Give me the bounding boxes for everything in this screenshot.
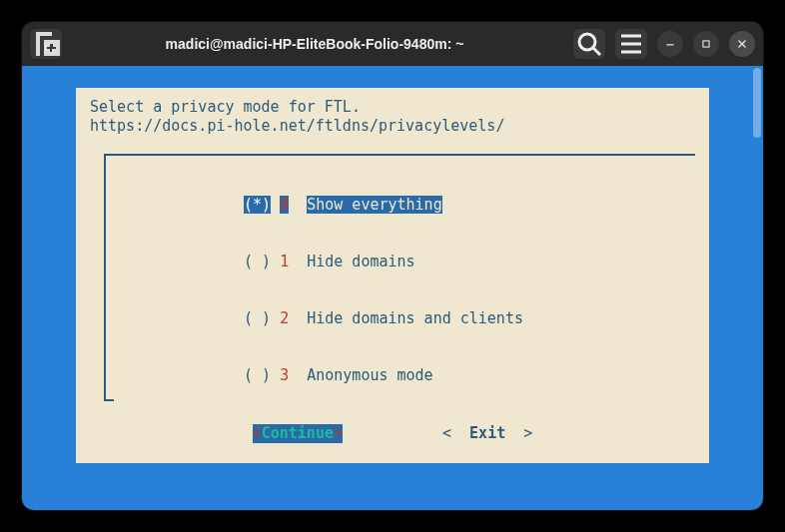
exit-button[interactable]: < Exit >	[442, 424, 532, 443]
terminal-window: madici@madici-HP-EliteBook-Folio-9480m: …	[22, 22, 763, 510]
terminal-area: Select a privacy mode for FTL. https://d…	[22, 66, 763, 510]
menu-button[interactable]	[615, 29, 647, 59]
radio-indicator: ( )	[244, 366, 271, 384]
whiptail-dialog: Select a privacy mode for FTL. https://d…	[76, 88, 709, 463]
radio-indicator: ( )	[244, 253, 271, 270]
radio-indicator: ( )	[244, 309, 271, 327]
option-label: Anonymous mode	[307, 366, 432, 384]
scrollbar[interactable]	[751, 68, 761, 508]
maximize-button[interactable]	[693, 31, 719, 57]
window-title: madici@madici-HP-EliteBook-Folio-9480m: …	[68, 36, 561, 52]
minimize-icon	[663, 37, 677, 51]
option-number: 0	[280, 196, 289, 214]
continue-button[interactable]: <Continue>	[253, 424, 343, 443]
option-3[interactable]: ( ) 3 Anonymous mode	[244, 366, 523, 385]
svg-line-1	[593, 48, 600, 55]
option-number: 3	[280, 366, 289, 384]
new-tab-button[interactable]	[30, 29, 62, 59]
close-button[interactable]	[729, 31, 755, 57]
option-1[interactable]: ( ) 1 Hide domains	[244, 253, 523, 271]
option-0[interactable]: (*) 0 Show everything	[244, 196, 523, 215]
radio-option-list: (*) 0 Show everything ( ) 1 Hide domains…	[244, 158, 523, 423]
maximize-icon	[699, 37, 713, 51]
frame-border-left	[104, 154, 106, 401]
search-button[interactable]	[573, 29, 605, 59]
search-icon	[573, 28, 605, 60]
option-label: Hide domains	[307, 253, 414, 270]
option-number: 2	[280, 309, 289, 327]
angle-right-icon: >	[334, 424, 343, 442]
close-icon	[735, 37, 749, 51]
scrollbar-thumb[interactable]	[753, 68, 761, 138]
frame-border-notch	[104, 399, 114, 401]
exit-button-label: Exit	[469, 424, 505, 442]
svg-point-0	[579, 34, 595, 50]
angle-left-icon: <	[253, 424, 262, 442]
option-label: Hide domains and clients	[307, 309, 523, 327]
dialog-prompt-line1: Select a privacy mode for FTL.	[90, 98, 695, 117]
new-tab-icon	[30, 28, 62, 60]
option-number: 1	[280, 253, 289, 270]
radio-indicator: (*)	[244, 196, 271, 214]
dialog-prompt-line2: https://docs.pi-hole.net/ftldns/privacyl…	[90, 117, 695, 136]
option-label: Show everything	[307, 196, 441, 214]
frame-border-top	[104, 154, 695, 156]
svg-rect-3	[703, 41, 709, 47]
continue-button-label: Continue	[262, 424, 334, 442]
minimize-button[interactable]	[657, 31, 683, 57]
dialog-button-row: <Continue> < Exit >	[76, 424, 709, 443]
option-2[interactable]: ( ) 2 Hide domains and clients	[244, 309, 523, 328]
titlebar: madici@madici-HP-EliteBook-Folio-9480m: …	[22, 22, 763, 66]
hamburger-icon	[615, 28, 647, 60]
